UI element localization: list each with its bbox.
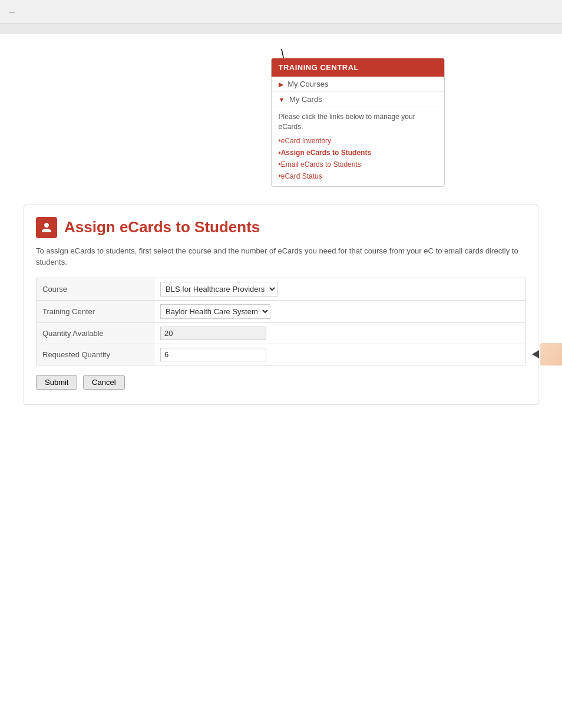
email-ecards-anchor[interactable]: •Email eCards to Students: [279, 160, 361, 169]
requested-quantity-field-cell: [154, 344, 526, 365]
quantity-available-label: Quantity Available: [37, 322, 154, 344]
tc-ecard-status-link[interactable]: •eCard Status: [279, 172, 437, 180]
chevron-down-icon: ▼: [279, 96, 285, 103]
cancel-button[interactable]: Cancel: [83, 375, 124, 390]
tc-my-cards-item[interactable]: ▼ My Cards: [272, 92, 444, 107]
tc-body: Please click the links below to manage y…: [272, 107, 444, 186]
course-row: Course BLS for Healthcare Providers ACLS…: [37, 278, 526, 300]
training-center-select[interactable]: Baylor Health Care System Other Center: [160, 304, 270, 319]
ecard-inventory-anchor[interactable]: •eCard Inventory: [279, 137, 332, 145]
tc-assign-ecards-link[interactable]: •Assign eCards to Students: [279, 149, 437, 157]
my-cards-link[interactable]: My Cards: [289, 95, 322, 104]
quantity-available-field-cell: [154, 322, 526, 344]
course-select[interactable]: BLS for Healthcare Providers ACLS PALS: [160, 282, 277, 297]
tc-my-courses-item[interactable]: ▶ My Courses: [272, 77, 444, 92]
assign-description: To assign eCards to students, first sele…: [36, 245, 526, 268]
user-icon: [41, 222, 52, 233]
quantity-annotation: [532, 343, 562, 365]
assign-form-table: Course BLS for Healthcare Providers ACLS…: [36, 278, 526, 365]
training-center-label: Training Center: [37, 300, 154, 322]
submit-button[interactable]: Submit: [36, 375, 77, 390]
training-central-widget: TRAINING CENTRAL ▶ My Courses ▼ My Cards…: [271, 58, 445, 187]
quantity-available-input: [160, 327, 266, 340]
assign-title: Assign eCards to Students: [64, 218, 260, 236]
requested-quantity-row: Requested Quantity: [37, 344, 526, 365]
requested-quantity-label: Requested Quantity: [37, 344, 154, 365]
assign-header: Assign eCards to Students: [36, 217, 526, 238]
content-area: TRAINING CENTRAL ▶ My Courses ▼ My Cards…: [0, 46, 562, 423]
tc-header: TRAINING CENTRAL: [272, 58, 444, 77]
top-bar-dash: –: [9, 6, 15, 17]
user-icon-box: [36, 217, 57, 238]
tc-ecard-inventory-link[interactable]: •eCard Inventory: [279, 137, 437, 145]
chevron-right-icon: ▶: [279, 81, 283, 88]
form-buttons: Submit Cancel: [36, 375, 526, 390]
assign-section: Assign eCards to Students To assign eCar…: [24, 205, 538, 405]
tc-description: Please click the links below to manage y…: [279, 112, 437, 132]
arrow-left-icon: [532, 350, 539, 358]
course-label: Course: [37, 278, 154, 300]
assign-ecards-anchor[interactable]: •Assign eCards to Students: [279, 149, 372, 157]
training-center-row: Training Center Baylor Health Care Syste…: [37, 300, 526, 322]
my-courses-link[interactable]: My Courses: [287, 80, 328, 88]
highlight-box: [540, 343, 562, 365]
course-field-cell: BLS for Healthcare Providers ACLS PALS: [154, 278, 526, 300]
ecard-status-anchor[interactable]: •eCard Status: [279, 172, 322, 180]
gray-divider: [0, 24, 562, 34]
tc-email-ecards-link[interactable]: •Email eCards to Students: [279, 160, 437, 169]
top-bar: –: [0, 0, 562, 24]
training-center-field-cell: Baylor Health Care System Other Center: [154, 300, 526, 322]
requested-quantity-input[interactable]: [160, 348, 266, 361]
quantity-available-row: Quantity Available: [37, 322, 526, 344]
